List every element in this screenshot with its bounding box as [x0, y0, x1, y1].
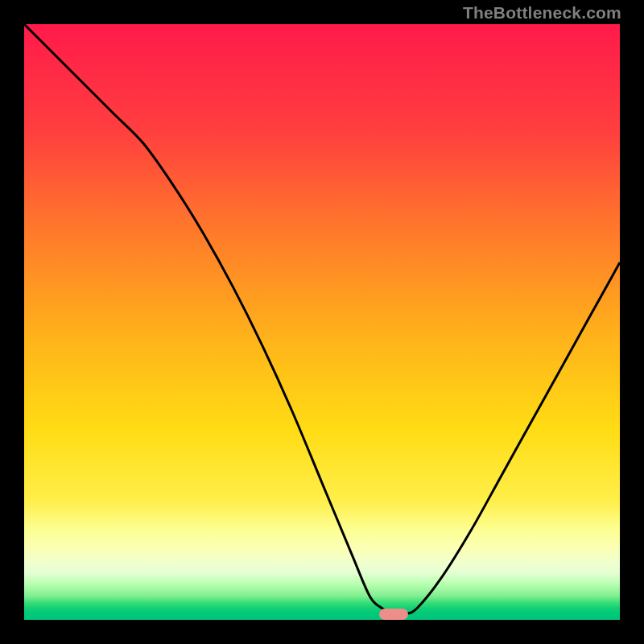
- chart-container: TheBottleneck.com: [0, 0, 644, 644]
- bottleneck-curve: [24, 24, 620, 615]
- watermark-text: TheBottleneck.com: [463, 3, 621, 23]
- curve-layer: [24, 24, 620, 620]
- optimal-marker: [379, 609, 408, 620]
